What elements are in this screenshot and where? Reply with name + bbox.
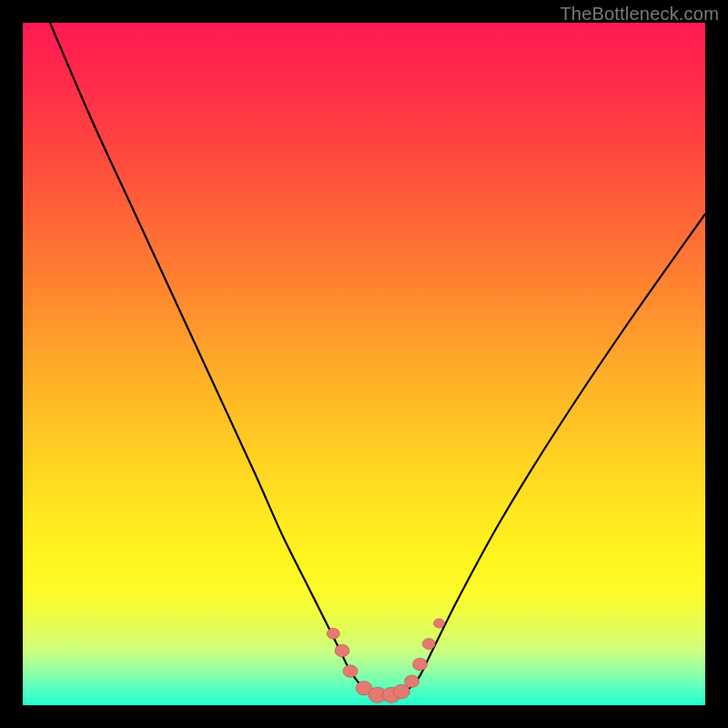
plot-area — [23, 23, 705, 705]
watermark-text: TheBottleneck.com — [560, 4, 719, 25]
chart-frame: TheBottleneck.com — [0, 0, 728, 728]
gradient-background — [23, 23, 705, 705]
